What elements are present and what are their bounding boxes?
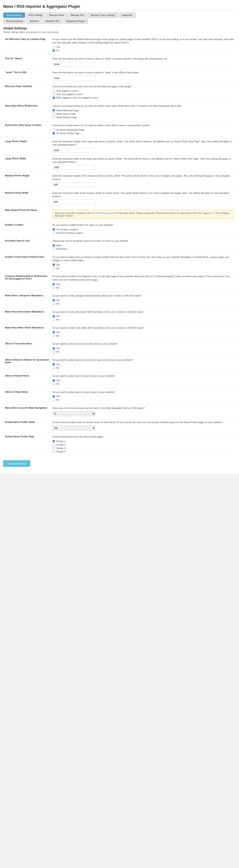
radio-item-welcome-page-visibility[interactable]: Only non-logged in users: [53, 93, 234, 96]
radio-item-allow-report-news[interactable]: No: [53, 382, 234, 385]
radio-input-news-main-menu[interactable]: [53, 116, 55, 119]
radio-input-redirection-after-news[interactable]: [53, 128, 55, 131]
tab-categories[interactable]: Categories: [118, 12, 136, 18]
tab-manage-news[interactable]: Manage News: [46, 12, 67, 18]
radio-input-news-main-photo-mandatory[interactable]: [53, 334, 55, 337]
radio-item-news-main-menu[interactable]: News Browse Page: [53, 116, 234, 119]
radio-item-enable-custom-publish-date[interactable]: Yes: [53, 263, 234, 266]
radio-item-enable-location[interactable]: No,Don't Enable Location: [53, 231, 234, 234]
radio-item-default-news-profile-page[interactable]: Design 1: [53, 440, 234, 442]
tab-review-settings[interactable]: Review Settings: [3, 19, 26, 24]
radio-input-enable-location[interactable]: [53, 228, 55, 231]
radio-input-continue-reading-redirection[interactable]: [53, 283, 55, 285]
radio-item-news-description-mandatory[interactable]: No: [53, 318, 234, 321]
radio-item-proximity-search-unit[interactable]: Kilometers: [53, 248, 234, 250]
text-input-large-photo-height[interactable]: [53, 148, 96, 153]
radio-input-enable-location[interactable]: [53, 231, 55, 234]
text-input-large-photo-width[interactable]: [53, 165, 96, 170]
radio-label-allow-bounce-marker: Yes: [56, 363, 60, 366]
radio-input-news-main-menu[interactable]: [53, 112, 55, 115]
radio-item-news-categories-mandatory[interactable]: No: [53, 302, 234, 305]
radio-item-allow-share-news[interactable]: Yes: [53, 395, 234, 398]
radio-input-news-description-mandatory[interactable]: [53, 318, 55, 321]
radio-item-welcome-page[interactable]: No: [53, 49, 234, 52]
radio-item-continue-reading-redirection[interactable]: Yes: [53, 283, 234, 285]
radio-input-proximity-search-unit[interactable]: [53, 244, 55, 247]
radio-label-enable-location: Yes,Enable Location: [56, 228, 78, 231]
radio-item-welcome-page-visibility[interactable]: Only logged in users: [53, 90, 234, 92]
radio-item-welcome-page[interactable]: Yes: [53, 46, 234, 49]
text-input-text-for-news[interactable]: [53, 62, 96, 66]
radio-input-welcome-page-visibility[interactable]: [53, 90, 55, 92]
radio-item-welcome-page-visibility[interactable]: Both, logged-in and non-logged in users: [53, 96, 234, 99]
radio-item-enable-location[interactable]: Yes,Enable Location: [53, 228, 234, 231]
radio-item-continue-reading-redirection[interactable]: No: [53, 286, 234, 289]
radio-item-allow-favourite-news[interactable]: No: [53, 350, 234, 353]
tab-global-settings[interactable]: Global Settings: [3, 12, 25, 18]
radio-item-news-description-mandatory[interactable]: Yes: [53, 315, 234, 318]
radio-input-allow-share-news[interactable]: [53, 399, 55, 401]
tab-blacklist-url[interactable]: Blacklist URL: [43, 19, 62, 24]
radio-input-news-categories-mandatory[interactable]: [53, 302, 55, 305]
radio-item-default-news-profile-page[interactable]: Design 2: [53, 443, 234, 446]
radio-item-redirection-after-news[interactable]: On News Dashboard Page: [53, 128, 234, 131]
radio-input-welcome-page[interactable]: [53, 49, 55, 52]
radio-input-news-main-photo-mandatory[interactable]: [53, 331, 55, 334]
radio-item-news-main-photo-mandatory[interactable]: No: [53, 334, 234, 337]
radio-input-proximity-search-unit[interactable]: [53, 248, 55, 250]
radio-input-default-news-profile-page[interactable]: [53, 446, 55, 450]
select-menu-items-count[interactable]: 45678910: [53, 411, 96, 416]
radio-item-enable-custom-publish-date[interactable]: No: [53, 267, 234, 270]
radio-input-allow-report-news[interactable]: [53, 382, 55, 385]
radio-item-redirection-after-news[interactable]: On News Profile Page: [53, 132, 234, 135]
radio-item-allow-bounce-marker[interactable]: No: [53, 366, 234, 369]
radio-input-allow-favourite-news[interactable]: [53, 350, 55, 353]
text-input-medium-photo-width[interactable]: [53, 199, 96, 204]
radio-label-news-description-mandatory: Yes: [56, 315, 60, 317]
radio-item-news-categories-mandatory[interactable]: Yes: [53, 299, 234, 302]
radio-item-default-news-profile-page[interactable]: Design 3: [53, 446, 234, 450]
setting-row-welcome-page-visibility: Welcome Page VisibilityChoose from below…: [3, 83, 236, 102]
save-changes-button[interactable]: Save Changes: [3, 460, 30, 467]
radio-input-allow-bounce-marker[interactable]: [53, 366, 55, 369]
radio-item-news-main-photo-mandatory[interactable]: Yes: [53, 331, 234, 334]
text-input-news-text-url[interactable]: [53, 76, 96, 81]
tab-member-level-settings[interactable]: Member Level Settings: [88, 12, 118, 18]
radio-input-allow-bounce-marker[interactable]: [53, 363, 55, 366]
radio-input-welcome-page-visibility[interactable]: [53, 93, 55, 96]
radio-item-allow-favourite-news[interactable]: Yes: [53, 347, 234, 350]
radio-item-allow-report-news[interactable]: Yes: [53, 379, 234, 382]
radio-group-news-main-photo-mandatory: YesNo: [53, 331, 234, 337]
radio-item-news-main-menu[interactable]: News Welcome Page: [53, 109, 234, 112]
radio-input-continue-reading-redirection[interactable]: [53, 286, 55, 289]
radio-input-welcome-page-visibility[interactable]: [53, 96, 55, 99]
radio-input-enable-custom-publish-date[interactable]: [53, 267, 55, 270]
radio-item-default-news-profile-page[interactable]: Design 4: [53, 450, 234, 453]
radio-item-news-main-menu[interactable]: News Home Page: [53, 112, 234, 115]
radio-item-allow-share-news[interactable]: No: [53, 399, 234, 401]
desc-allow-favourite-news: Do you want to allow users to favourite …: [53, 342, 234, 345]
tab-statistics[interactable]: Statistics: [27, 19, 42, 24]
radio-input-default-news-profile-page[interactable]: [53, 443, 55, 446]
radio-input-enable-custom-publish-date[interactable]: [53, 263, 55, 266]
radio-item-proximity-search-unit[interactable]: Miles: [53, 244, 234, 247]
radio-input-news-categories-mandatory[interactable]: [53, 299, 55, 302]
text-input-medium-photo-height[interactable]: [53, 182, 96, 187]
tab-rss-settings[interactable]: RSS Settings: [26, 12, 45, 18]
setting-row-enable-custom-publish-date: Enable Custom News Publish DateDo you wa…: [3, 253, 236, 273]
tab-manage-rss[interactable]: Manage Rss: [68, 12, 87, 18]
radio-input-allow-share-news[interactable]: [53, 395, 55, 398]
radio-input-default-news-profile-page[interactable]: [53, 440, 55, 442]
radio-input-news-description-mandatory[interactable]: [53, 315, 55, 318]
radio-input-allow-report-news[interactable]: [53, 379, 55, 382]
radio-input-allow-favourite-news[interactable]: [53, 347, 55, 350]
tab-widgetized-pages[interactable]: Widgetized Pages: [63, 19, 88, 24]
radio-item-allow-bounce-marker[interactable]: Yes: [53, 363, 234, 366]
warning-link-main-default-photo[interactable]: File & Media Manager: [92, 212, 115, 214]
radio-input-welcome-page[interactable]: [53, 46, 55, 49]
radio-input-redirection-after-news[interactable]: [53, 132, 55, 135]
select-enable-news-profile-views[interactable]: YesNo: [53, 426, 96, 431]
value-allow-favourite-news: Do you want to allow users to favourite …: [50, 340, 236, 356]
radio-input-news-main-menu[interactable]: [53, 109, 55, 112]
radio-input-default-news-profile-page[interactable]: [53, 450, 55, 453]
